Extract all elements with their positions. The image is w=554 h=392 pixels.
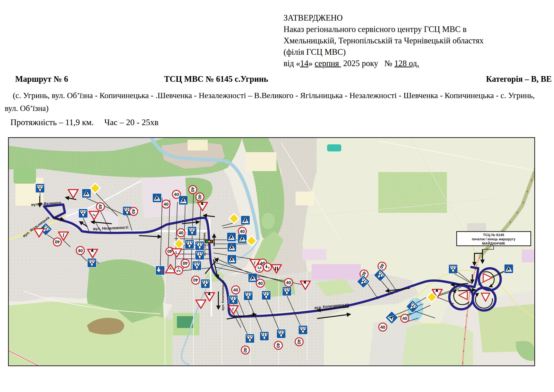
svg-text:МАЙДАНЧИК: МАЙДАНЧИК: [482, 241, 506, 245]
svg-text:V: V: [169, 267, 172, 271]
svg-text:вул. Копичинецька: вул. Копичинецька: [221, 280, 225, 310]
svg-text:початок / кінець маршруту: початок / кінець маршруту: [472, 237, 515, 241]
svg-text:Г: Г: [232, 307, 234, 311]
svg-text:L: L: [175, 251, 178, 255]
svg-text:∿: ∿: [93, 213, 96, 217]
svg-text:ТСЦ № 6145: ТСЦ № 6145: [483, 233, 504, 237]
svg-text:Г: Г: [254, 261, 256, 265]
